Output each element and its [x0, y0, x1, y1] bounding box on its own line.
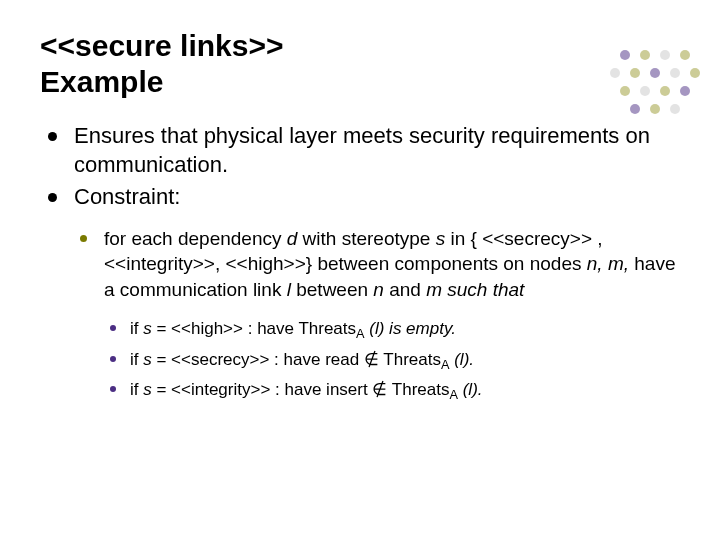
list-item: Ensures that physical layer meets securi…	[40, 122, 680, 179]
list-item: if s = <<secrecy>> : have read ∉ Threats…	[104, 348, 680, 375]
bullet-text: if s = <<secrecy>> : have read ∉ Threats…	[130, 350, 474, 369]
slide-title: <<secure links>> Example	[40, 28, 680, 100]
bullet-list-level-1: Ensures that physical layer meets securi…	[40, 122, 680, 405]
list-item: for each dependency d with stereotype s …	[74, 226, 680, 406]
title-line-2: Example	[40, 65, 163, 98]
bullet-list-level-2: for each dependency d with stereotype s …	[74, 226, 680, 406]
list-item: if s = <<integrity>> : have insert ∉ Thr…	[104, 378, 680, 405]
list-item: if s = <<high>> : have ThreatsA (l) is e…	[104, 317, 680, 344]
bullet-text: Ensures that physical layer meets securi…	[74, 123, 650, 177]
bullet-text: Constraint:	[74, 184, 180, 209]
bullet-list-level-3: if s = <<high>> : have ThreatsA (l) is e…	[104, 317, 680, 406]
bullet-text: if s = <<high>> : have ThreatsA (l) is e…	[130, 319, 456, 338]
bullet-text: if s = <<integrity>> : have insert ∉ Thr…	[130, 380, 483, 399]
title-line-1: <<secure links>>	[40, 29, 284, 62]
list-item: Constraint: for each dependency d with s…	[40, 183, 680, 405]
bullet-text: for each dependency d with stereotype s …	[104, 228, 675, 300]
